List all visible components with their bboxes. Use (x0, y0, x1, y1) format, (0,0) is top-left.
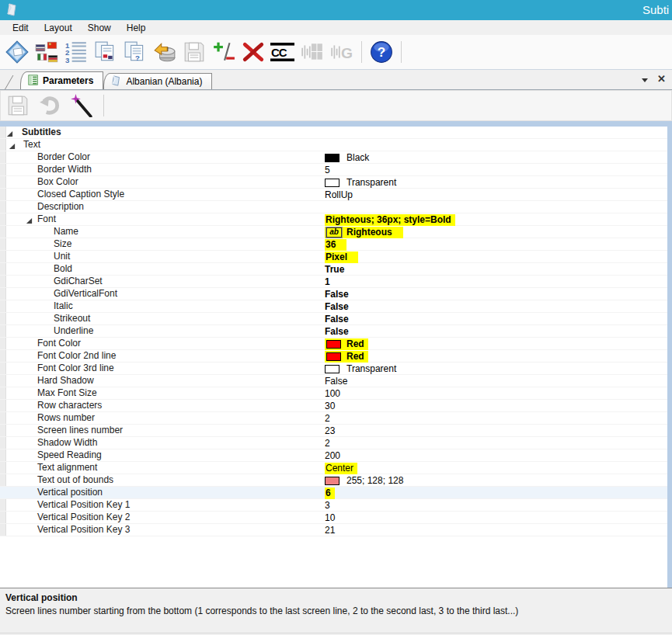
property-label: Closed Caption Style (37, 189, 124, 200)
export-database-icon[interactable] (151, 39, 178, 65)
property-value-text: Pixel (326, 252, 347, 263)
property-row-font-color-2nd-line[interactable]: Font Color 2nd lineRed (0, 350, 667, 363)
property-row-closed-caption-style[interactable]: Closed Caption StyleRollUp (0, 189, 667, 201)
property-row-unit[interactable]: UnitPixel (0, 251, 667, 263)
property-row-font[interactable]: FontRighteous; 36px; style=Bold (0, 213, 667, 226)
property-row-hard-shadow[interactable]: Hard ShadowFalse (0, 375, 667, 387)
property-value: True (325, 263, 344, 276)
property-value-text: False (325, 314, 349, 325)
property-row-text-alignment[interactable]: Text alignmentCenter (0, 462, 667, 474)
property-row-shadow-width[interactable]: Shadow Width2 (0, 437, 667, 449)
tab-albanian-albania[interactable]: Albanian (Albania) (103, 73, 212, 89)
help-icon[interactable]: ? (368, 39, 395, 65)
property-value-text: 23 (325, 425, 335, 437)
property-row-vertical-position-key-3[interactable]: Vertical Position Key 321 (0, 524, 667, 536)
property-value-text: Red (346, 351, 364, 363)
property-label: Speed Reading (37, 449, 102, 461)
property-label: Italic (54, 300, 73, 312)
property-row-vertical-position-key-1[interactable]: Vertical Position Key 13 (0, 499, 667, 512)
undo-icon[interactable] (37, 92, 63, 119)
color-swatch (325, 365, 339, 373)
property-row-italic[interactable]: ItalicFalse (0, 300, 667, 313)
app-icon[interactable] (5, 3, 19, 16)
property-value-text: Transparent (346, 363, 396, 375)
property-value: 100 (325, 387, 340, 400)
changed-value-highlight: Righteous; 36px; style=Bold (325, 214, 455, 226)
property-row-vertical-position[interactable]: Vertical position6 (0, 487, 667, 499)
property-label: Vertical Position Key 1 (37, 499, 130, 511)
property-value: 2 (325, 412, 330, 425)
property-value: 36 (325, 238, 346, 251)
magic-wand-icon[interactable] (68, 92, 95, 119)
property-label: Text (23, 139, 40, 151)
property-row-border-width[interactable]: Border Width5 (0, 164, 667, 176)
property-value: 2 (325, 437, 330, 449)
panel-top-border (0, 121, 672, 127)
parameters-tab-icon (28, 75, 39, 88)
property-value: 200 (325, 449, 340, 462)
color-swatch (325, 179, 339, 187)
property-row-row-characters[interactable]: Row characters30 (0, 400, 667, 412)
save-icon[interactable] (181, 39, 207, 65)
open-icon[interactable] (4, 39, 30, 65)
menu-show[interactable]: Show (80, 20, 119, 35)
property-row-text-out-of-bounds[interactable]: Text out of bounds255; 128; 128 (0, 474, 667, 487)
toolbar-separator (361, 41, 362, 63)
ab-edit-button[interactable]: ab (326, 227, 342, 238)
menu-help[interactable]: Help (119, 20, 154, 35)
property-row-strikeout[interactable]: StrikeoutFalse (0, 313, 667, 325)
property-value-text: 100 (325, 388, 340, 400)
tab-parameters[interactable]: Parameters (20, 71, 103, 89)
closed-captions-icon[interactable]: CC (270, 39, 296, 65)
property-label: Border Color (37, 151, 90, 163)
property-row-size[interactable]: Size36 (0, 238, 667, 251)
property-value: Black (325, 151, 369, 164)
tab-list-dropdown-icon[interactable] (642, 78, 648, 82)
property-value-text: 30 (325, 401, 335, 412)
documents-help-icon[interactable]: ? (122, 39, 148, 65)
toolbar-separator (103, 95, 104, 116)
numbered-list-icon[interactable]: 123 (63, 39, 89, 65)
tab-close-icon[interactable]: ✕ (657, 74, 666, 84)
property-label: Text alignment (37, 462, 97, 474)
property-row-screen-lines-number[interactable]: Screen lines number23 (0, 425, 667, 437)
property-row-font-color[interactable]: Font ColorRed (0, 338, 667, 350)
property-row-gdiverticalfont[interactable]: GdiVerticalFontFalse (0, 288, 667, 300)
color-swatch (325, 154, 339, 162)
property-value-text: Righteous; 36px; style=Bold (326, 214, 451, 226)
audio-sync-icon[interactable] (299, 39, 326, 65)
property-row-border-color[interactable]: Border ColorBlack (0, 151, 667, 164)
changed-value-highlight: Center (325, 463, 357, 474)
property-row-underline[interactable]: UnderlineFalse (0, 325, 667, 338)
property-value: 6 (325, 487, 335, 499)
menu-layout[interactable]: Layout (37, 20, 80, 35)
add-remove-icon[interactable] (211, 39, 237, 65)
google-sync-icon[interactable]: G (329, 39, 355, 65)
property-row-rows-number[interactable]: Rows number2 (0, 412, 667, 425)
property-label: Vertical Position Key 3 (37, 524, 130, 536)
property-row-bold[interactable]: BoldTrue (0, 263, 667, 276)
property-row-max-font-size[interactable]: Max Font Size100 (0, 387, 667, 400)
property-value: Transparent (325, 363, 396, 375)
property-row-font-color-3rd-line[interactable]: Font Color 3rd lineTransparent (0, 363, 667, 375)
property-row-subtitles[interactable]: Subtitles (0, 127, 667, 139)
property-label: Description (37, 201, 84, 213)
tab-strip-edge (5, 75, 13, 89)
documents-languages-icon[interactable] (92, 39, 119, 65)
menu-edit[interactable]: Edit (5, 20, 37, 35)
property-value-text: Center (326, 463, 353, 474)
property-row-box-color[interactable]: Box ColorTransparent (0, 176, 667, 189)
description-text: Screen lines number starting from the bo… (5, 606, 667, 616)
property-row-speed-reading[interactable]: Speed Reading200 (0, 449, 667, 462)
property-row-description[interactable]: Description (0, 201, 667, 213)
save-parameters-icon[interactable] (5, 92, 31, 119)
property-row-vertical-position-key-2[interactable]: Vertical Position Key 210 (0, 512, 667, 524)
property-row-name[interactable]: NameabRighteous (0, 226, 667, 238)
languages-icon[interactable] (33, 39, 60, 65)
property-row-text[interactable]: Text (0, 139, 667, 151)
property-value: Transparent (325, 176, 396, 189)
property-value-text: 3 (325, 500, 330, 512)
delete-icon[interactable] (240, 39, 266, 65)
property-value-text: RollUp (325, 189, 353, 201)
property-row-gdicharset[interactable]: GdiCharSet1 (0, 276, 667, 288)
